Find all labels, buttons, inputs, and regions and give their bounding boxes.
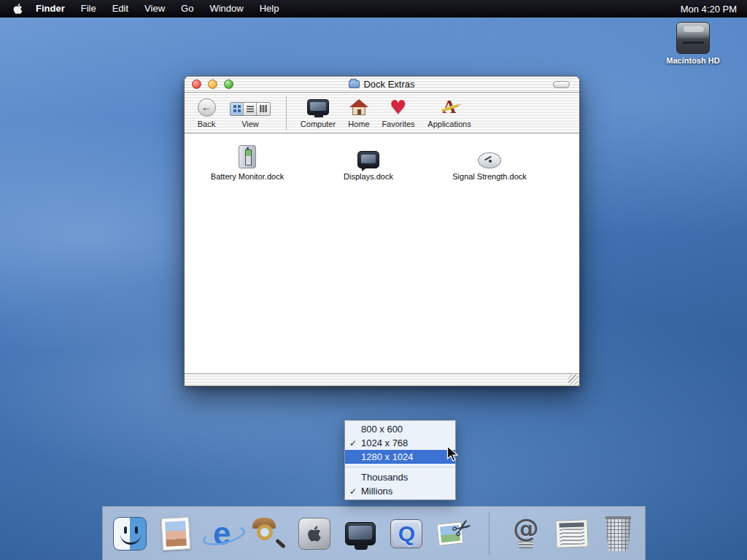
folder-icon (349, 80, 360, 88)
menu-item-747x560[interactable]: ✓ 747 x 560 (345, 436, 455, 450)
window-title-text: Dock Extras (363, 79, 414, 90)
menu-item-800x600[interactable]: 800 x 600 (345, 422, 455, 436)
home-house-icon (349, 99, 368, 115)
menu-item-thousands[interactable]: Thousands (345, 470, 455, 484)
mouse-cursor (446, 446, 460, 466)
file-label: Signal Strength.dock (438, 172, 541, 181)
menu-view[interactable]: View (136, 0, 173, 18)
menu-edit[interactable]: Edit (104, 0, 136, 18)
dock: e Q ✂ @ (102, 506, 646, 560)
file-displays[interactable]: Displays.dock (317, 141, 419, 181)
view-label: View (227, 120, 274, 128)
file-label: Battery Monitor.dock (196, 172, 298, 181)
applications-a-icon: A (440, 98, 459, 117)
menu-item-label: Thousands (361, 472, 408, 483)
favorites-heart-icon: ♥ (390, 98, 406, 117)
shortcut-label: Home (341, 120, 376, 128)
menu-item-1280x1024[interactable]: 1280 x 1024 (345, 450, 455, 464)
macintosh-hd-desktop-icon[interactable]: Macintosh HD (662, 22, 724, 65)
dock-grab-scissors-icon[interactable]: ✂ (434, 512, 471, 556)
shortcut-home[interactable]: Home (341, 97, 376, 128)
back-arrow-icon: ← (198, 98, 216, 117)
window-title: Dock Extras (349, 79, 414, 90)
status-bar (185, 373, 579, 386)
battery-monitor-icon (239, 145, 256, 168)
view-control: View (227, 97, 274, 128)
back-button[interactable]: ← Back (190, 97, 222, 128)
menu-file[interactable]: File (73, 0, 104, 18)
checkmark-icon: ✓ (345, 438, 361, 448)
minimize-button[interactable] (208, 79, 217, 89)
menu-go[interactable]: Go (173, 0, 201, 18)
displays-dock-icon (357, 151, 379, 168)
menu-item-label: 1280 x 1024 (361, 451, 414, 462)
menu-window[interactable]: Window (201, 0, 251, 18)
dock-at-sign-link-icon[interactable]: @ (507, 512, 544, 556)
toolbar-toggle-button[interactable] (553, 81, 570, 88)
dock-internet-explorer-icon[interactable]: e (204, 512, 241, 556)
list-view-button[interactable] (244, 103, 257, 115)
shortcut-computer[interactable]: Computer (298, 97, 338, 128)
menu-clock[interactable]: Mon 4:20 PM (681, 4, 740, 15)
menu-finder[interactable]: Finder (28, 0, 73, 18)
shortcut-label: Computer (298, 120, 338, 128)
menu-item-label: 747 x 560 (361, 438, 408, 448)
dock-system-preferences-icon[interactable] (295, 512, 333, 556)
displays-popup-menu: 800 x 600 ✓ 747 x 560 1280 x 1024 Thous… (344, 420, 456, 500)
dock-trash-icon[interactable] (600, 512, 637, 556)
zoom-button[interactable] (224, 79, 233, 89)
menu-help[interactable]: Help (252, 0, 287, 18)
desktop: Finder File Edit View Go Window Help Mon… (0, 0, 747, 560)
dock-finder-icon[interactable] (111, 512, 148, 556)
checkmark-icon: ✓ (345, 486, 361, 497)
dock-sherlock-icon[interactable] (249, 512, 287, 556)
hard-drive-label: Macintosh HD (662, 56, 724, 65)
shortcut-applications[interactable]: A Applications (422, 97, 477, 128)
computer-monitor-icon (307, 99, 329, 115)
shortcut-label: Applications (422, 120, 477, 128)
shortcut-label: Favorites (377, 120, 419, 128)
menu-item-millions[interactable]: ✓ Millions (345, 484, 455, 498)
file-battery-monitor[interactable]: Battery Monitor.dock (196, 141, 298, 181)
dock-mail-stamp-icon[interactable] (157, 512, 194, 556)
window-controls (192, 79, 233, 89)
back-label: Back (190, 120, 222, 128)
dock-divider (489, 513, 489, 555)
dock-displays-dockling-icon[interactable] (341, 512, 379, 556)
signal-strength-gauge-icon (478, 152, 501, 168)
icon-view-button[interactable] (231, 103, 244, 115)
window-toolbar: ← Back View Computer H (185, 93, 579, 133)
file-label: Displays.dock (317, 172, 419, 181)
menu-item-label: 800 x 600 (361, 424, 403, 435)
window-content: Battery Monitor.dock Displays.dock Signa… (185, 135, 578, 373)
hard-drive-icon (676, 22, 710, 54)
file-signal-strength[interactable]: Signal Strength.dock (438, 141, 541, 181)
apple-logo-icon[interactable] (7, 3, 28, 15)
menu-item-label: Millions (361, 486, 392, 497)
menu-bar: Finder File Edit View Go Window Help Mon… (0, 0, 747, 18)
menu-separator (345, 464, 455, 470)
finder-window: Dock Extras ← Back View (184, 76, 580, 386)
dock-news-link-icon[interactable] (554, 512, 591, 556)
dock-quicktime-icon[interactable]: Q (388, 512, 425, 556)
toolbar-divider (286, 96, 287, 130)
shortcut-favorites[interactable]: ♥ Favorites (377, 97, 419, 128)
column-view-button[interactable] (257, 103, 270, 115)
window-titlebar[interactable]: Dock Extras (185, 77, 579, 93)
close-button[interactable] (192, 79, 201, 89)
resize-handle[interactable] (568, 375, 578, 385)
